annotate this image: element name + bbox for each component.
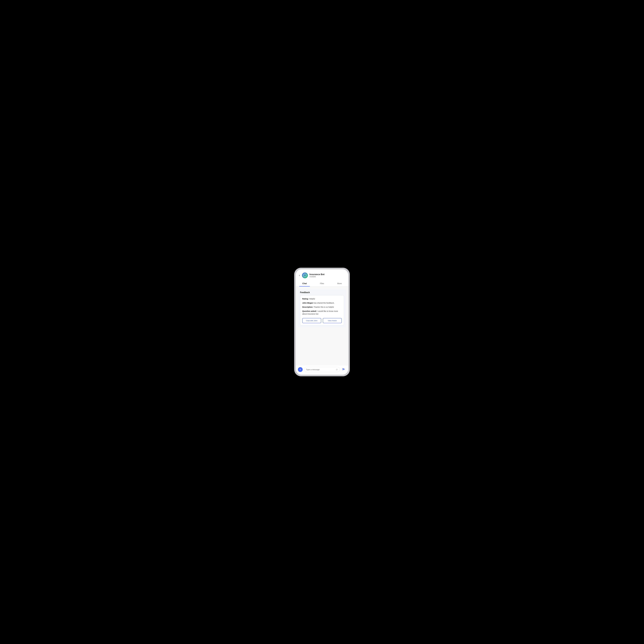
rating-text: Helpful <box>309 298 315 300</box>
feedback-description-row: Description: Thanks! this is so helpful <box>302 306 342 308</box>
feedback-person-row: John Megan has shared the feedback. <box>302 302 342 304</box>
bot-status: Available <box>309 276 324 278</box>
feedback-title: Feedback <box>300 291 344 294</box>
description-text: Thanks! this is so helpful <box>314 306 334 308</box>
emoji-icon[interactable]: ☺ <box>336 368 338 371</box>
tab-files[interactable]: Files <box>313 280 331 286</box>
view-article-button[interactable]: View Article <box>323 318 342 323</box>
description-label: Description: <box>302 306 313 308</box>
input-wrap: ☺ <box>304 367 340 372</box>
plus-icon: + <box>299 368 301 371</box>
bot-name: Insurance Bot <box>309 273 324 276</box>
message-bar: + ☺ <box>296 365 348 375</box>
header: ‹ Insurance Bot Available <box>296 269 348 280</box>
tab-more[interactable]: More <box>331 280 348 286</box>
question-label: Question asked: <box>302 310 317 312</box>
feedback-actions: Chat with John View Article <box>302 318 342 323</box>
chat-area: Feedback Rating: Helpful John Megan has … <box>296 287 348 365</box>
avatar-inner <box>303 274 307 277</box>
feedback-rating-row: Rating: Helpful <box>302 297 342 300</box>
feedback-card: Rating: Helpful John Megan has shared th… <box>300 295 344 325</box>
phone-screen: ‹ Insurance Bot Available Chat Files Mor… <box>296 269 348 375</box>
feedback-question-row: Question asked: I would like to know mor… <box>302 310 342 315</box>
bot-info: Insurance Bot Available <box>309 273 324 278</box>
chat-with-john-button[interactable]: Chat with John <box>302 318 321 323</box>
tab-chat[interactable]: Chat <box>296 280 313 286</box>
person-desc: has shared the feedback. <box>313 302 334 304</box>
feedback-container: Feedback Rating: Helpful John Megan has … <box>298 289 346 328</box>
back-button[interactable]: ‹ <box>298 273 300 277</box>
rating-label: Rating: <box>302 298 309 300</box>
add-button[interactable]: + <box>298 367 303 372</box>
tabs: Chat Files More <box>296 280 348 287</box>
send-button[interactable] <box>341 367 346 372</box>
send-icon <box>342 368 345 371</box>
message-input[interactable] <box>306 368 335 371</box>
person-name: John Megan <box>302 302 313 304</box>
phone-device: ‹ Insurance Bot Available Chat Files Mor… <box>294 268 350 376</box>
avatar <box>302 272 308 278</box>
